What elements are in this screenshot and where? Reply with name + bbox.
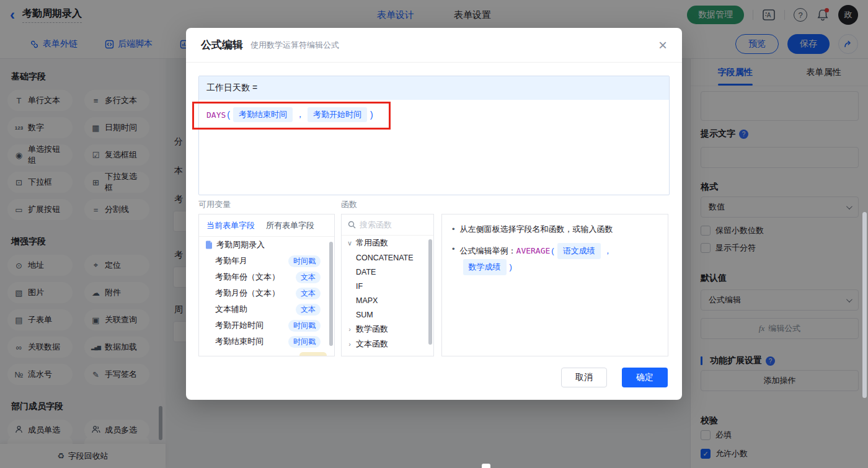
function-group-common[interactable]: ∨常用函数 [342,236,433,250]
type-badge: 文本 [296,288,321,299]
function-name: AVERAGE [516,245,551,257]
variable-row[interactable]: 考勤年份（文本）文本 [199,269,334,285]
help-line-2: • 公式编辑举例： AVERAGE ( 语文成绩 ， 数学成绩 ) [452,243,658,275]
variables-root[interactable]: 考勤周期录入 [199,237,334,253]
function-group-math[interactable]: ›数学函数 [342,322,433,337]
partial-type-badge [299,352,327,356]
bullet-icon: • [452,223,455,236]
open-paren: ( [551,245,554,257]
function-search[interactable]: 搜索函数 [342,214,433,236]
functions-panel: 搜索函数 ∨常用函数 CONCATENATE DATE IF MAPX SUM … [341,214,434,356]
modal-subtitle: 使用数学运算符编辑公式 [250,40,339,51]
variable-row[interactable]: 考勤月份（文本）文本 [199,285,334,301]
type-badge: 时间戳 [288,336,321,348]
variable-row[interactable]: 考勤开始时间时间戳 [199,317,334,333]
close-paren: ) [370,110,373,120]
variables-panel: 当前表单字段 所有表单字段 考勤周期录入 考勤年月时间戳 考勤年份（文本）文本 … [198,214,335,356]
confirm-button[interactable]: 确定 [622,368,668,387]
page-scrollbar[interactable] [862,212,867,398]
close-paren: ) [510,261,512,273]
type-badge: 时间戳 [288,320,321,332]
comma: ， [296,109,304,120]
open-paren: ( [227,110,230,120]
variable-pill: 数学成绩 [463,259,507,275]
formula-target: 工作日天数 = [199,76,669,100]
variable-row[interactable]: 考勤结束时间时间戳 [199,333,334,350]
function-name: DAYS [206,110,226,120]
bullet-icon: • [452,243,455,255]
canvas-float-control [482,464,490,468]
function-group-text[interactable]: ›文本函数 [342,337,433,351]
modal-title: 公式编辑 [201,38,243,52]
app-root: ‹ 考勤周期录入 表单设计 表单设置 数据管理 A ? 政 表单外链 [0,0,868,468]
functions-scrollbar[interactable] [428,239,432,345]
modal-header: 公式编辑 使用数学运算符编辑公式 × [186,28,682,63]
form-doc-icon [205,241,213,249]
variable-pill[interactable]: 考勤结束时间 [233,107,293,122]
variable-row[interactable]: 文本辅助文本 [199,301,334,317]
function-item[interactable]: CONCATENATE [342,250,433,265]
variable-row[interactable]: 考勤年月时间戳 [199,253,334,269]
function-item[interactable]: DATE [342,265,433,279]
tab-all-form-fields[interactable]: 所有表单字段 [266,220,314,231]
caret-right-icon: › [347,340,353,348]
variables-tabs: 当前表单字段 所有表单字段 [199,214,334,237]
help-panel: • 从左侧面板选择字段名和函数，或输入函数 • 公式编辑举例： AVERAGE … [441,214,668,356]
help-line-1: • 从左侧面板选择字段名和函数，或输入函数 [452,223,658,236]
function-item[interactable]: IF [342,279,433,293]
type-badge: 文本 [296,304,321,316]
function-item[interactable]: MAPX [342,293,433,307]
variables-label: 可用变量 [198,199,231,210]
comma: ， [604,245,612,257]
variables-scrollbar[interactable] [329,242,333,346]
formula-editor-box[interactable]: 工作日天数 = DAYS ( 考勤结束时间 ， 考勤开始时间 ) [198,76,670,195]
type-badge: 时间戳 [288,255,321,267]
search-icon [348,221,356,229]
type-badge: 文本 [296,272,321,283]
formula-editor-modal: 公式编辑 使用数学运算符编辑公式 × 工作日天数 = DAYS ( 考勤结束时间… [186,28,682,400]
formula-expression[interactable]: DAYS ( 考勤结束时间 ， 考勤开始时间 ) [199,100,669,130]
caret-right-icon: › [347,325,353,333]
tab-current-form-fields[interactable]: 当前表单字段 [206,220,255,231]
caret-down-icon: ∨ [347,239,353,247]
function-item[interactable]: SUM [342,307,433,322]
variable-pill: 语文成绩 [557,243,601,259]
search-placeholder: 搜索函数 [360,219,392,231]
functions-label: 函数 [341,199,357,210]
variable-pill[interactable]: 考勤开始时间 [308,107,367,122]
close-icon[interactable]: × [658,38,667,53]
cancel-button[interactable]: 取消 [561,368,607,387]
